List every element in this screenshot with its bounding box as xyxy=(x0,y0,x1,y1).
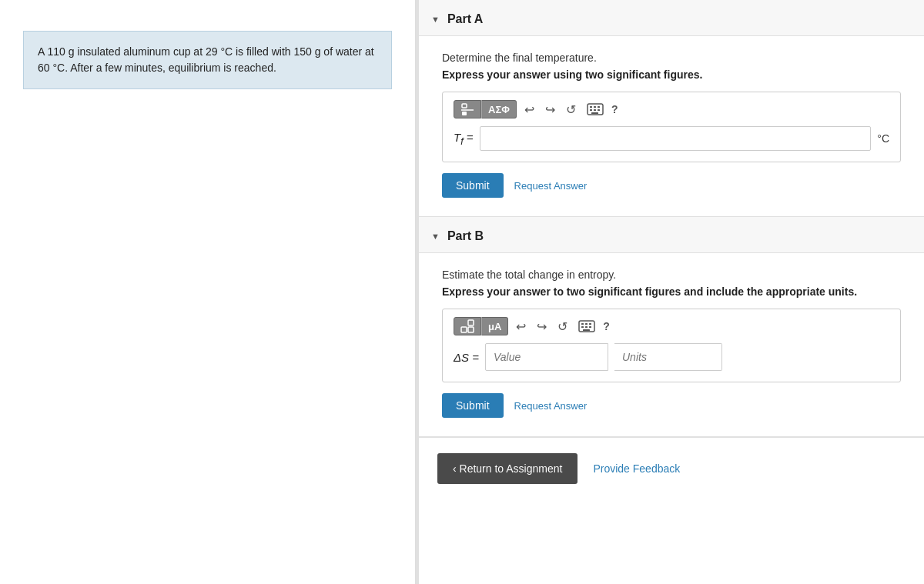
svg-rect-12 xyxy=(468,320,474,325)
svg-rect-0 xyxy=(462,104,467,108)
part-a-chevron-icon: ▼ xyxy=(431,15,440,24)
part-a-answer-input[interactable] xyxy=(480,126,872,151)
part-b-units-input[interactable] xyxy=(614,343,722,371)
svg-rect-17 xyxy=(585,323,588,325)
svg-rect-10 xyxy=(591,112,598,114)
part-b-action-row: Submit Request Answer xyxy=(442,393,901,418)
svg-rect-8 xyxy=(594,109,596,111)
part-b-content: Estimate the total change in entropy. Ex… xyxy=(419,253,924,436)
svg-rect-7 xyxy=(590,109,592,111)
part-b-request-answer-link[interactable]: Request Answer xyxy=(514,400,588,412)
part-a-unit-label: °C xyxy=(877,132,889,145)
part-b-answer-box: μA ↩ ↪ ↺ ? ΔS = xyxy=(442,309,901,382)
svg-rect-6 xyxy=(598,106,600,108)
part-b-input-row: ΔS = xyxy=(454,343,889,371)
part-a-keyboard-btn[interactable] xyxy=(584,102,607,117)
part-b-matrix-btn[interactable] xyxy=(454,317,481,335)
part-a-toolbar: AΣΦ ↩ ↪ ↺ ? xyxy=(454,100,889,118)
part-b-math-group: μA xyxy=(454,317,508,335)
part-a-sigma-btn[interactable]: AΣΦ xyxy=(481,100,517,118)
svg-rect-20 xyxy=(585,326,588,328)
part-b-keyboard-btn[interactable] xyxy=(575,319,598,334)
svg-rect-5 xyxy=(594,106,596,108)
right-panel: ▼ Part A Determine the final temperature… xyxy=(419,0,924,584)
provide-feedback-link[interactable]: Provide Feedback xyxy=(593,462,680,475)
svg-rect-21 xyxy=(589,326,591,328)
part-b-refresh-btn[interactable]: ↺ xyxy=(554,318,571,335)
part-a-answer-box: AΣΦ ↩ ↪ ↺ ? Tf = °C xyxy=(442,92,901,162)
svg-rect-14 xyxy=(468,327,474,332)
part-a-refresh-btn[interactable]: ↺ xyxy=(563,101,579,118)
part-a-help-btn[interactable]: ? xyxy=(611,103,618,115)
bottom-bar: ‹ Return to Assignment Provide Feedback xyxy=(419,437,924,499)
part-b-toolbar: μA ↩ ↪ ↺ ? xyxy=(454,317,889,335)
part-b-bold-instruction: Express your answer to two significant f… xyxy=(442,285,901,298)
part-b-submit-button[interactable]: Submit xyxy=(442,393,504,418)
part-a-var-label: Tf = xyxy=(454,131,474,147)
part-b-instruction: Estimate the total change in entropy. xyxy=(442,269,901,281)
part-a-section: ▼ Part A Determine the final temperature… xyxy=(419,0,924,217)
problem-text: A 110 g insulated aluminum cup at 29 °C … xyxy=(38,45,374,74)
part-a-redo-btn[interactable]: ↪ xyxy=(542,101,558,118)
svg-rect-2 xyxy=(462,112,467,115)
part-b-redo-btn[interactable]: ↪ xyxy=(534,318,550,335)
part-b-value-input[interactable] xyxy=(485,343,608,371)
part-a-action-row: Submit Request Answer xyxy=(442,173,901,198)
svg-rect-11 xyxy=(461,320,467,325)
part-a-header[interactable]: ▼ Part A xyxy=(419,0,924,36)
svg-rect-4 xyxy=(590,106,592,108)
part-b-chevron-icon: ▼ xyxy=(431,232,440,241)
part-a-undo-btn[interactable]: ↩ xyxy=(521,101,537,118)
left-panel: A 110 g insulated aluminum cup at 29 °C … xyxy=(0,0,416,584)
svg-rect-13 xyxy=(461,327,467,332)
part-a-content: Determine the final temperature. Express… xyxy=(419,36,924,216)
part-a-request-answer-link[interactable]: Request Answer xyxy=(514,180,588,192)
svg-rect-16 xyxy=(581,323,584,325)
part-b-help-btn[interactable]: ? xyxy=(603,320,610,332)
svg-rect-9 xyxy=(598,109,600,111)
part-b-mu-btn[interactable]: μA xyxy=(481,317,508,335)
problem-statement: A 110 g insulated aluminum cup at 29 °C … xyxy=(23,31,392,89)
part-a-input-row: Tf = °C xyxy=(454,126,889,151)
svg-rect-22 xyxy=(583,329,590,331)
return-to-assignment-button[interactable]: ‹ Return to Assignment xyxy=(437,453,578,484)
svg-rect-19 xyxy=(581,326,584,328)
part-a-submit-button[interactable]: Submit xyxy=(442,173,504,198)
part-a-math-group: AΣΦ xyxy=(454,100,517,118)
part-a-fraction-btn[interactable] xyxy=(454,100,481,118)
part-a-bold-instruction: Express your answer using two significan… xyxy=(442,68,901,81)
part-b-title: Part B xyxy=(447,229,484,243)
part-a-instruction: Determine the final temperature. xyxy=(442,52,901,64)
part-b-header[interactable]: ▼ Part B xyxy=(419,217,924,253)
part-b-undo-btn[interactable]: ↩ xyxy=(513,318,529,335)
svg-rect-18 xyxy=(589,323,591,325)
part-b-var-label: ΔS = xyxy=(454,351,479,364)
part-a-title: Part A xyxy=(447,12,484,26)
part-b-section: ▼ Part B Estimate the total change in en… xyxy=(419,217,924,437)
